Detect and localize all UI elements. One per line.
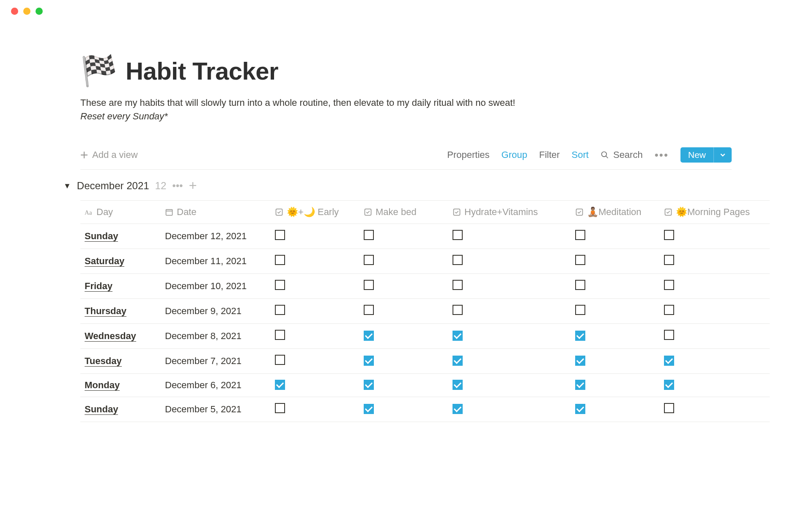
cell-day[interactable]: Monday xyxy=(80,374,161,397)
meditation-checkbox[interactable] xyxy=(575,331,585,341)
page-title[interactable]: Habit Tracker xyxy=(126,57,278,85)
page-emoji[interactable]: 🏁 xyxy=(80,56,117,86)
cell-date[interactable]: December 7, 2021 xyxy=(161,349,271,374)
column-header-early[interactable]: 🌞+🌙 Early xyxy=(271,201,359,224)
group-more-button[interactable]: ••• xyxy=(172,180,183,192)
page-note[interactable]: Reset every Sunday* xyxy=(80,111,732,122)
filter-button[interactable]: Filter xyxy=(539,149,560,160)
new-button[interactable]: New xyxy=(680,147,713,163)
add-view-button[interactable]: Add a view xyxy=(80,149,138,160)
cell-day[interactable]: Tuesday xyxy=(80,349,161,374)
new-button-dropdown[interactable] xyxy=(713,147,732,163)
early-checkbox[interactable] xyxy=(275,380,285,390)
day-link[interactable]: Sunday xyxy=(85,231,118,242)
day-link[interactable]: Friday xyxy=(85,281,112,292)
make_bed-checkbox[interactable] xyxy=(364,230,374,240)
cell-date[interactable]: December 11, 2021 xyxy=(161,249,271,274)
search-label: Search xyxy=(613,149,643,160)
early-checkbox[interactable] xyxy=(275,330,285,340)
day-link[interactable]: Wednesday xyxy=(85,331,136,342)
window-minimize-button[interactable] xyxy=(23,8,30,15)
cell-morning_pages xyxy=(660,349,770,374)
hydrate-checkbox[interactable] xyxy=(453,404,463,414)
make_bed-checkbox[interactable] xyxy=(364,331,374,341)
more-menu-button[interactable]: ••• xyxy=(655,149,669,162)
early-checkbox[interactable] xyxy=(275,355,285,365)
cell-early xyxy=(271,324,359,349)
early-checkbox[interactable] xyxy=(275,403,285,413)
make_bed-checkbox[interactable] xyxy=(364,356,374,366)
early-checkbox[interactable] xyxy=(275,230,285,240)
cell-date[interactable]: December 9, 2021 xyxy=(161,299,271,324)
make_bed-checkbox[interactable] xyxy=(364,380,374,390)
cell-date[interactable]: December 10, 2021 xyxy=(161,274,271,299)
column-header-meditation[interactable]: 🧘🏽Meditation xyxy=(571,201,660,224)
window-titlebar xyxy=(0,0,812,22)
page-description[interactable]: These are my habits that will slowly tur… xyxy=(80,97,732,108)
morning_pages-checkbox[interactable] xyxy=(664,380,674,390)
column-label: Date xyxy=(177,207,196,218)
cell-early xyxy=(271,224,359,249)
cell-day[interactable]: Sunday xyxy=(80,224,161,249)
cell-date[interactable]: December 5, 2021 xyxy=(161,397,271,422)
column-header-morning-pages[interactable]: 🌞Morning Pages xyxy=(660,201,770,224)
morning_pages-checkbox[interactable] xyxy=(664,230,674,240)
morning_pages-checkbox[interactable] xyxy=(664,403,674,413)
make_bed-checkbox[interactable] xyxy=(364,255,374,265)
window-zoom-button[interactable] xyxy=(36,8,43,15)
column-label: 🧘🏽Meditation xyxy=(587,207,642,218)
properties-button[interactable]: Properties xyxy=(447,149,489,160)
cell-day[interactable]: Friday xyxy=(80,274,161,299)
group-collapse-toggle[interactable]: ▼ xyxy=(63,182,71,190)
hydrate-checkbox[interactable] xyxy=(453,356,463,366)
meditation-checkbox[interactable] xyxy=(575,380,585,390)
cell-day[interactable]: Sunday xyxy=(80,397,161,422)
make_bed-checkbox[interactable] xyxy=(364,404,374,414)
hydrate-checkbox[interactable] xyxy=(453,280,463,290)
morning_pages-checkbox[interactable] xyxy=(664,255,674,265)
morning_pages-checkbox[interactable] xyxy=(664,356,674,366)
meditation-checkbox[interactable] xyxy=(575,305,585,315)
search-icon xyxy=(601,151,609,159)
hydrate-checkbox[interactable] xyxy=(453,255,463,265)
make_bed-checkbox[interactable] xyxy=(364,280,374,290)
column-header-day[interactable]: Aa Day xyxy=(80,201,161,224)
meditation-checkbox[interactable] xyxy=(575,356,585,366)
meditation-checkbox[interactable] xyxy=(575,255,585,265)
hydrate-checkbox[interactable] xyxy=(453,331,463,341)
hydrate-checkbox[interactable] xyxy=(453,305,463,315)
cell-make_bed xyxy=(359,349,448,374)
cell-date[interactable]: December 12, 2021 xyxy=(161,224,271,249)
cell-date[interactable]: December 6, 2021 xyxy=(161,374,271,397)
meditation-checkbox[interactable] xyxy=(575,280,585,290)
sort-button[interactable]: Sort xyxy=(572,149,589,160)
day-link[interactable]: Tuesday xyxy=(85,356,122,367)
column-header-hydrate[interactable]: Hydrate+Vitamins xyxy=(448,201,571,224)
window-close-button[interactable] xyxy=(11,8,18,15)
early-checkbox[interactable] xyxy=(275,280,285,290)
morning_pages-checkbox[interactable] xyxy=(664,280,674,290)
meditation-checkbox[interactable] xyxy=(575,230,585,240)
group-button[interactable]: Group xyxy=(502,149,527,160)
column-header-make-bed[interactable]: Make bed xyxy=(359,201,448,224)
cell-day[interactable]: Thursday xyxy=(80,299,161,324)
morning_pages-checkbox[interactable] xyxy=(664,330,674,340)
cell-day[interactable]: Saturday xyxy=(80,249,161,274)
cell-date[interactable]: December 8, 2021 xyxy=(161,324,271,349)
day-link[interactable]: Monday xyxy=(85,380,120,391)
make_bed-checkbox[interactable] xyxy=(364,305,374,315)
hydrate-checkbox[interactable] xyxy=(453,380,463,390)
column-header-date[interactable]: Date xyxy=(161,201,271,224)
group-add-button[interactable] xyxy=(189,180,197,192)
meditation-checkbox[interactable] xyxy=(575,404,585,414)
morning_pages-checkbox[interactable] xyxy=(664,305,674,315)
early-checkbox[interactable] xyxy=(275,305,285,315)
day-link[interactable]: Sunday xyxy=(85,404,118,415)
svg-rect-6 xyxy=(365,209,371,215)
hydrate-checkbox[interactable] xyxy=(453,230,463,240)
early-checkbox[interactable] xyxy=(275,255,285,265)
day-link[interactable]: Saturday xyxy=(85,256,124,267)
cell-day[interactable]: Wednesday xyxy=(80,324,161,349)
search-button[interactable]: Search xyxy=(601,149,643,160)
day-link[interactable]: Thursday xyxy=(85,306,126,317)
